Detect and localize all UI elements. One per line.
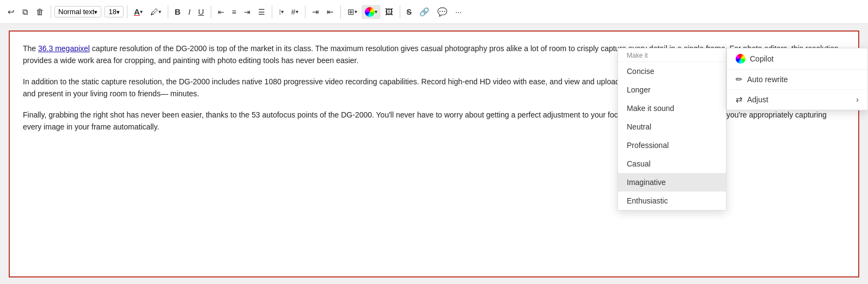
numbering-button[interactable]: # ▾ (288, 5, 302, 18)
text-color-button[interactable]: A ▾ (131, 5, 146, 18)
more-icon: ··· (455, 8, 462, 16)
align-right-icon: ⇥ (244, 8, 250, 16)
link-icon: 🔗 (419, 7, 430, 17)
font-size-label: 18 (108, 8, 116, 16)
align-left-button[interactable]: ⇤ (215, 5, 228, 18)
bullets-chevron: ▾ (281, 9, 284, 15)
undo-button[interactable]: ↩ (4, 5, 18, 18)
submenu-header: Make it (618, 48, 726, 62)
text-color-icon: A (134, 7, 140, 16)
bullets-button[interactable]: ⁝ ▾ (276, 5, 287, 18)
submenu-item-concise-label: Concise (627, 67, 655, 76)
link-button[interactable]: 🔗 (416, 5, 433, 19)
italic-button[interactable]: I (185, 5, 194, 18)
auto-rewrite-item[interactable]: ✏ Auto rewrite (727, 70, 867, 90)
submenu-item-neutral-label: Neutral (627, 122, 651, 131)
comment-icon: 💬 (437, 7, 448, 17)
font-size-chevron (117, 8, 120, 16)
submenu-item-professional-label: Professional (627, 141, 669, 150)
copilot-icon (365, 7, 375, 17)
table-chevron: ▾ (354, 9, 357, 15)
separator-4 (211, 5, 211, 18)
adjust-label: Adjust (747, 95, 768, 104)
delete-button[interactable]: 🗑 (33, 5, 47, 18)
separator-3 (168, 5, 168, 18)
separator-7 (340, 5, 341, 18)
copilot-dropdown: Copilot ✏ Auto rewrite ⇄ Adjust › (726, 48, 868, 110)
submenu-item-neutral[interactable]: Neutral (618, 118, 726, 136)
align-left-icon: ⇤ (218, 8, 224, 16)
copilot-button[interactable]: ▾ (362, 5, 381, 19)
copy-button[interactable]: ⧉ (19, 5, 32, 18)
submenu-item-longer-label: Longer (627, 85, 651, 94)
align-justify-icon: ☰ (258, 8, 265, 16)
table-button[interactable]: ⊞ ▾ (344, 5, 360, 19)
copilot-menu-header: Copilot (727, 48, 867, 70)
outdent-button[interactable]: ⇤ (323, 5, 337, 19)
copilot-menu-icon (736, 54, 745, 64)
indent-decrease-icon: ⇤ (327, 7, 334, 17)
numbering-chevron: ▾ (296, 9, 298, 15)
submenu-item-imaginative[interactable]: Imaginative (618, 173, 726, 192)
make-it-sound-submenu: Make it Concise Longer Make it sound Neu… (618, 48, 726, 211)
highlight-icon: 🖊 (150, 7, 158, 16)
strikethrough-icon: S (407, 8, 412, 16)
separator-5 (272, 5, 272, 18)
submenu-item-enthusiastic[interactable]: Enthusiastic (618, 192, 726, 210)
trash-icon: 🗑 (36, 8, 44, 16)
strikethrough-button[interactable]: S (404, 5, 415, 18)
font-style-dropdown[interactable]: Normal text (54, 6, 101, 17)
submenu-item-make-it-sound[interactable]: Make it sound (618, 99, 726, 118)
separator-6 (305, 5, 305, 18)
auto-rewrite-label: Auto rewrite (747, 75, 788, 84)
more-button[interactable]: ··· (452, 5, 465, 18)
copilot-chevron: ▾ (375, 9, 377, 15)
separator-1 (51, 5, 51, 18)
copy-icon: ⧉ (22, 8, 28, 16)
image-button[interactable]: 🖼 (382, 5, 396, 18)
separator-8 (400, 5, 400, 18)
table-icon: ⊞ (347, 7, 354, 17)
adjust-icon: ⇄ (736, 95, 743, 104)
font-style-chevron (94, 8, 97, 16)
submenu-item-concise[interactable]: Concise (618, 62, 726, 81)
image-icon: 🖼 (385, 7, 393, 16)
auto-rewrite-icon: ✏ (736, 75, 743, 84)
submenu-item-enthusiastic-label: Enthusiastic (627, 196, 668, 205)
submenu-item-make-it-sound-label: Make it sound (627, 104, 674, 113)
align-center-button[interactable]: ≡ (229, 5, 240, 18)
megapixel-link[interactable]: 36.3 megapixel (38, 44, 90, 53)
indent-button[interactable]: ⇥ (309, 5, 322, 19)
align-justify-button[interactable]: ☰ (255, 5, 268, 18)
align-center-icon: ≡ (232, 8, 236, 16)
undo-icon: ↩ (8, 8, 15, 16)
font-size-dropdown[interactable]: 18 (105, 6, 123, 17)
comment-button[interactable]: 💬 (434, 5, 451, 19)
numbering-icon: # (291, 8, 296, 16)
highlight-button[interactable]: 🖊 ▾ (147, 5, 164, 18)
highlight-chevron: ▾ (158, 9, 161, 15)
separator-2 (127, 5, 127, 18)
submenu-item-casual[interactable]: Casual (618, 155, 726, 173)
underline-button[interactable]: U (195, 5, 207, 18)
submenu-item-longer[interactable]: Longer (618, 81, 726, 99)
bold-button[interactable]: B (172, 5, 184, 18)
submenu-item-professional[interactable]: Professional (618, 136, 726, 155)
copilot-title-label: Copilot (750, 54, 774, 63)
adjust-item[interactable]: ⇄ Adjust › (727, 90, 867, 110)
main-area: The 36.3 megapixel capture resolution of… (0, 24, 868, 284)
indent-increase-icon: ⇥ (312, 7, 319, 17)
text-color-chevron: ▾ (140, 9, 143, 15)
submenu-item-imaginative-label: Imaginative (627, 178, 666, 187)
align-right-button[interactable]: ⇥ (241, 5, 254, 18)
font-style-label: Normal text (58, 8, 94, 16)
adjust-arrow-icon: › (856, 95, 859, 104)
toolbar: ↩ ⧉ 🗑 Normal text 18 A ▾ 🖊 ▾ B I U ⇤ ≡ ⇥ (0, 0, 868, 24)
submenu-item-casual-label: Casual (627, 159, 651, 168)
